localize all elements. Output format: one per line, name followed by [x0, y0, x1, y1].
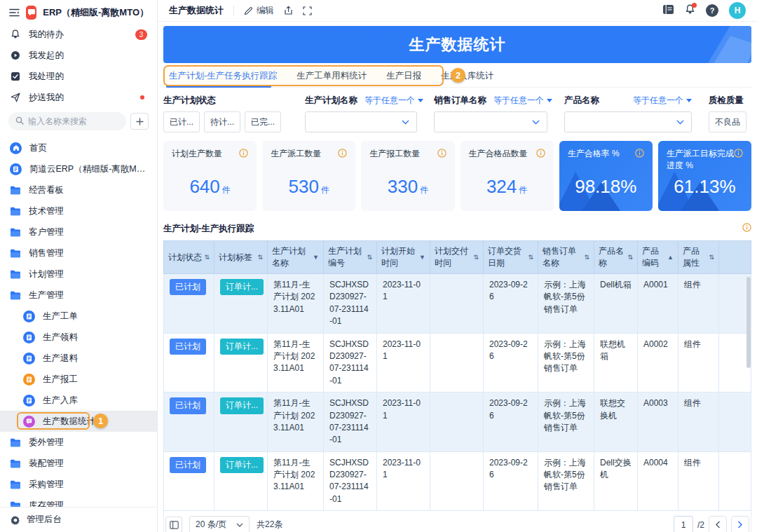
- chevron-down-icon: [402, 120, 409, 125]
- share-button[interactable]: [284, 6, 293, 15]
- col-product-code[interactable]: 产品编码▲: [638, 241, 678, 274]
- tab-plan-task-tracking[interactable]: 生产计划-生产任务执行跟踪: [169, 70, 277, 82]
- sidebar-item-production-report[interactable]: 生产报工: [0, 369, 157, 390]
- dashboard-banner: 生产数据统计: [163, 26, 751, 63]
- col-plan-tag[interactable]: 计划标签⇅: [214, 241, 268, 274]
- admin-console[interactable]: 管理后台: [0, 507, 157, 532]
- operator-dropdown[interactable]: 等于任意一个: [364, 95, 423, 107]
- fullscreen-button[interactable]: [303, 6, 312, 15]
- plan-name-select[interactable]: [305, 111, 417, 132]
- operator-dropdown[interactable]: 等于任意一个: [633, 95, 692, 107]
- sidebar-item-label: 生产管理: [29, 289, 147, 301]
- sort-icon: ▼: [419, 254, 425, 261]
- sidebar-item-assembly-mgmt[interactable]: 装配管理: [0, 453, 157, 474]
- info-icon[interactable]: [437, 148, 446, 161]
- avatar[interactable]: H: [729, 2, 746, 19]
- sidebar-item-purchase-mgmt[interactable]: 采购管理: [0, 474, 157, 495]
- table-row[interactable]: 已计划 订单计... 第11月-生产计划 2023.11A01 SCJHXSDD…: [164, 451, 751, 511]
- sort-icon: ⇅: [709, 254, 714, 261]
- sidebar-item-plan-mgmt[interactable]: 计划管理: [0, 264, 157, 285]
- sidebar-item-label: 生产工单: [43, 311, 147, 322]
- col-order-date[interactable]: 订单交货日期⇅: [484, 241, 538, 274]
- kpi-cards: 计划生产数量 640件 生产派工数量 530件 生产报工数量 330件 生产合格…: [163, 141, 751, 211]
- edit-button[interactable]: 编辑: [244, 5, 274, 17]
- col-start-time[interactable]: 计划开始时间▼: [377, 241, 430, 274]
- sidebar-item-jdy-erp[interactable]: 简道云ERP（精细版-离散MTO）「...: [0, 158, 157, 179]
- sidebar-item-home[interactable]: 首页: [0, 137, 157, 158]
- status-badge: 已计划: [170, 457, 206, 473]
- filter-status-pending[interactable]: 待计...: [204, 111, 240, 132]
- sort-icon: ⇅: [367, 254, 372, 261]
- sales-order-select[interactable]: [434, 111, 547, 132]
- search-input[interactable]: [28, 116, 105, 126]
- col-plan-name[interactable]: 生产计划名称▼: [268, 241, 324, 274]
- info-icon[interactable]: [536, 148, 545, 161]
- sidebar-item-tech-mgmt[interactable]: 技术管理: [0, 200, 157, 221]
- sidebar-item-production-picking[interactable]: 生产领料: [0, 327, 157, 348]
- sidebar-item-production-inbound[interactable]: 生产入库: [0, 390, 157, 411]
- sidebar-item-customer-mgmt[interactable]: 客户管理: [0, 221, 157, 243]
- info-icon[interactable]: [338, 148, 347, 161]
- sidebar-item-production-return[interactable]: 生产退料: [0, 348, 157, 369]
- current-page-input[interactable]: [674, 516, 693, 532]
- sidebar-item-business-board[interactable]: 经营看板: [0, 179, 157, 200]
- table-row[interactable]: 已计划 订单计... 第11月-生产计划 2023.11A01 SCJHXSDD…: [164, 274, 751, 334]
- sidebar-item-my-initiated[interactable]: 我发起的: [0, 45, 157, 66]
- sidebar-item-my-processed[interactable]: 我处理的: [0, 66, 157, 87]
- tab-inbound-stats[interactable]: 生产入库统计: [441, 70, 493, 82]
- dashboard-content: 生产数据统计 生产计划-生产任务执行跟踪 生产工单用料统计 生产日报 生产入库统…: [158, 22, 757, 532]
- info-icon[interactable]: [635, 148, 644, 161]
- share-icon: [284, 6, 293, 15]
- collapse-sidebar-icon[interactable]: [8, 7, 20, 18]
- tab-daily-report[interactable]: 生产日报: [386, 70, 421, 82]
- check-square-icon: [10, 71, 21, 82]
- sidebar-item-production-workorder[interactable]: 生产工单: [0, 306, 157, 327]
- col-plan-code[interactable]: 生产计划编号⇅: [324, 241, 377, 274]
- table-row[interactable]: 已计划 订单计... 第11月-生产计划 2023.11A01 SCJHXSDD…: [164, 393, 751, 452]
- chevron-down-icon: [532, 120, 540, 125]
- col-plan-status[interactable]: 计划状态⇅: [164, 241, 214, 274]
- col-product-name[interactable]: 产品名称⇅: [594, 241, 638, 274]
- col-product-attr[interactable]: 产品属性⇅: [678, 241, 719, 274]
- filter-defective[interactable]: 不良品: [709, 111, 746, 132]
- sidebar-item-cc-me[interactable]: 抄送我的: [0, 87, 157, 108]
- help-button[interactable]: ?: [706, 4, 718, 17]
- info-icon[interactable]: [742, 222, 751, 235]
- sidebar-search[interactable]: [8, 112, 126, 130]
- sidebar-item-production-mgmt[interactable]: 生产管理: [0, 285, 157, 306]
- sidebar-item-label: 生产退料: [43, 353, 147, 364]
- changelog-button[interactable]: [662, 4, 674, 18]
- sidebar-item-outsourcing-mgmt[interactable]: 委外管理: [0, 432, 157, 453]
- page-size-select[interactable]: 20 条/页: [189, 516, 250, 532]
- info-icon[interactable]: [239, 148, 248, 161]
- sidebar-item-inventory-mgmt[interactable]: 库存管理: [0, 495, 157, 507]
- status-badge: 已计划: [170, 397, 206, 414]
- product-name-select[interactable]: [564, 111, 692, 132]
- app-doc-icon: [10, 163, 22, 175]
- notifications-button[interactable]: [685, 4, 695, 18]
- sidebar-item-my-todo[interactable]: 我的待办 3: [0, 24, 157, 45]
- add-button[interactable]: [130, 113, 149, 130]
- sidebar-item-label: 我处理的: [29, 71, 147, 83]
- prev-page-button[interactable]: [709, 516, 727, 532]
- folder-icon: [10, 500, 21, 507]
- folder-open-icon: [10, 289, 21, 301]
- status-badge: 已计划: [170, 279, 206, 295]
- stats-dashboard-icon: [23, 416, 35, 428]
- table-row[interactable]: 已计划 订单计... 第11月-生产计划 2023.11A01 SCJHXSDD…: [164, 333, 751, 393]
- folder-icon: [10, 226, 21, 238]
- banner-title: 生产数据统计: [409, 34, 506, 55]
- col-deliver-time[interactable]: 计划交付时间⇅: [430, 241, 484, 274]
- tab-workorder-material-stats[interactable]: 生产工单用料统计: [296, 70, 367, 82]
- filter-status-done[interactable]: 已完...: [245, 111, 281, 132]
- next-page-button[interactable]: [731, 516, 749, 532]
- column-settings-button[interactable]: [165, 517, 182, 532]
- table-scrollbar[interactable]: [746, 277, 751, 368]
- sidebar-item-sales-mgmt[interactable]: 销售管理: [0, 243, 157, 264]
- col-sales-order[interactable]: 销售订单名称⇅: [538, 241, 594, 274]
- page-title: 生产数据统计: [169, 4, 224, 17]
- sidebar-item-production-data-stats[interactable]: 生产数据统计 1: [0, 411, 157, 432]
- operator-dropdown[interactable]: 等于任意一个: [493, 95, 552, 107]
- info-icon[interactable]: [734, 148, 743, 161]
- filter-status-planned[interactable]: 已计...: [163, 111, 200, 132]
